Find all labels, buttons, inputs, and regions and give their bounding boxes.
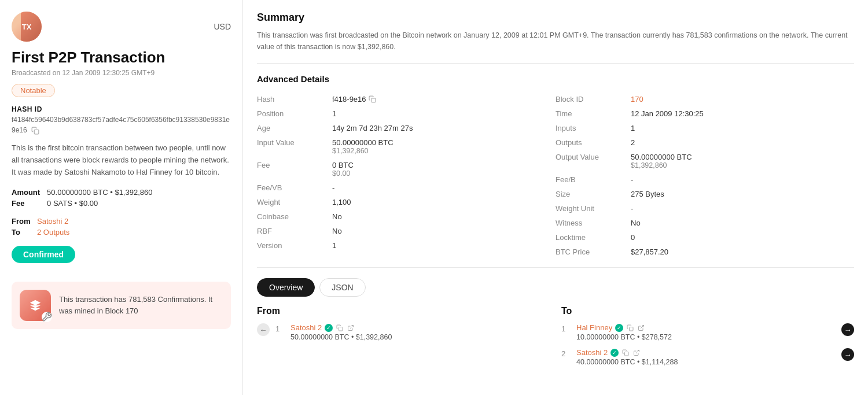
detail-row: WitnessNo xyxy=(556,216,854,230)
to-item: 2 Satoshi 2 ✓ 40.00000000 BTC • $1,114,2… xyxy=(561,348,854,366)
detail-key: Input Value xyxy=(257,138,332,147)
from-link[interactable]: Satoshi 2 xyxy=(37,217,68,226)
copy-icon-to[interactable] xyxy=(626,324,634,332)
details-left-col: Hashf418-9e16 Position1Age14y 2m 7d 23h … xyxy=(257,92,556,259)
left-panel: TX USD First P2P Transaction Broadcasted… xyxy=(0,0,243,395)
detail-row: Fee/VB- xyxy=(257,180,556,195)
tx-icon-wrap: TX xyxy=(12,12,42,42)
block-icon xyxy=(29,299,42,312)
from-item: ← 1 Satoshi 2 ✓ 50.00000000 BTC • $1,392… xyxy=(257,323,550,341)
share-icon-to[interactable] xyxy=(632,349,641,357)
detail-key: RBF xyxy=(257,227,332,235)
share-icon-from[interactable] xyxy=(347,324,355,332)
detail-value: 50.00000000 BTC$1,392,860 xyxy=(631,153,854,169)
detail-row: Fee/B- xyxy=(556,172,854,187)
verified-icon: ✓ xyxy=(615,324,623,332)
from-section-title: From xyxy=(257,306,550,316)
detail-value: - xyxy=(631,175,854,184)
from-arrow-icon: ← xyxy=(257,323,270,336)
share-icon-to[interactable] xyxy=(637,324,645,332)
detail-key: BTC Price xyxy=(556,248,631,256)
from-amount: 50.00000000 BTC • $1,392,860 xyxy=(290,333,550,341)
detail-key: Coinbase xyxy=(257,212,332,221)
from-key: From xyxy=(12,217,32,226)
confirmation-icon-wrap xyxy=(20,290,51,321)
detail-key: Hash xyxy=(257,95,332,104)
detail-value: 1 xyxy=(332,241,556,250)
detail-key: Fee/B xyxy=(556,175,631,184)
tx-label: TX xyxy=(22,23,32,31)
detail-row: Output Value50.00000000 BTC$1,392,860 xyxy=(556,150,854,172)
hash-id-value: f4184fc596403b9d638783cf57adfe4c75c605f6… xyxy=(12,115,231,135)
detail-key: Block ID xyxy=(556,95,631,104)
svg-line-3 xyxy=(350,325,354,328)
detail-value: 1 xyxy=(332,109,556,118)
detail-value: 14y 2m 7d 23h 27m 27s xyxy=(332,124,556,132)
tx-broadcast-date: Broadcasted on 12 Jan 2009 12:30:25 GMT+… xyxy=(12,69,231,77)
svg-line-5 xyxy=(641,325,644,328)
verified-icon: ✓ xyxy=(610,349,619,357)
confirmation-box: This transaction has 781,583 Confirmatio… xyxy=(12,282,231,329)
detail-value: f418-9e16 xyxy=(332,95,556,104)
from-to-main: From ← 1 Satoshi 2 ✓ 50.00000000 BTC • $… xyxy=(257,306,854,373)
summary-text: This transaction was first broadcasted o… xyxy=(257,29,854,64)
svg-line-7 xyxy=(636,350,639,353)
detail-key: Time xyxy=(556,109,631,118)
svg-rect-0 xyxy=(34,130,39,134)
detail-key: Inputs xyxy=(556,124,631,132)
detail-key: Age xyxy=(257,124,332,132)
summary-title: Summary xyxy=(257,12,854,24)
detail-row: CoinbaseNo xyxy=(257,209,556,224)
detail-row: Fee0 BTC$0.00 xyxy=(257,158,556,180)
tx-icon: TX xyxy=(12,12,42,42)
to-name-link[interactable]: Hal Finney xyxy=(576,323,612,332)
to-arrow-icon: → xyxy=(841,323,854,336)
from-item-info: Satoshi 2 ✓ 50.00000000 BTC • $1,392,860 xyxy=(290,323,550,341)
detail-row: Size275 Bytes xyxy=(556,187,854,201)
from-items-list: ← 1 Satoshi 2 ✓ 50.00000000 BTC • $1,392… xyxy=(257,323,550,341)
detail-value: 12 Jan 2009 12:30:25 xyxy=(631,109,854,118)
confirmed-badge: Confirmed xyxy=(12,246,75,263)
to-link[interactable]: 2 Outputs xyxy=(37,228,69,237)
detail-key: Size xyxy=(556,190,631,198)
to-name-row: Satoshi 2 ✓ xyxy=(576,348,836,357)
hash-copy-icon[interactable] xyxy=(31,127,39,135)
detail-key: Fee xyxy=(257,161,332,169)
copy-icon-to[interactable] xyxy=(621,349,630,357)
detail-row: RBFNo xyxy=(257,224,556,238)
detail-key: Fee/VB xyxy=(257,183,332,192)
tabs-row: OverviewJSON xyxy=(257,278,854,297)
from-name-link[interactable]: Satoshi 2 xyxy=(290,323,322,332)
detail-value: 2 xyxy=(631,138,854,147)
tab-json[interactable]: JSON xyxy=(319,278,365,297)
to-item-num: 2 xyxy=(561,349,571,358)
detail-value: 1 xyxy=(631,124,854,132)
fee-label: Fee xyxy=(12,199,40,208)
detail-value[interactable]: 170 xyxy=(631,95,854,104)
tx-currency: USD xyxy=(214,22,231,31)
to-name-link[interactable]: Satoshi 2 xyxy=(576,348,608,357)
svg-rect-2 xyxy=(339,327,343,331)
detail-value: 1,100 xyxy=(332,198,556,206)
detail-value: - xyxy=(332,183,556,192)
advanced-details-title: Advanced Details xyxy=(257,74,854,84)
detail-row: Input Value50.00000000 BTC$1,392,860 xyxy=(257,135,556,158)
from-name-row: Satoshi 2 ✓ xyxy=(290,323,550,332)
amount-label: Amount xyxy=(12,188,40,197)
detail-row: Version1 xyxy=(257,238,556,253)
detail-key: Witness xyxy=(556,219,631,227)
to-item-info: Satoshi 2 ✓ 40.00000000 BTC • $1,114,288 xyxy=(576,348,836,366)
svg-rect-6 xyxy=(625,352,629,356)
detail-key: Locktime xyxy=(556,233,631,242)
confirmation-text: This transaction has 781,583 Confirmatio… xyxy=(59,294,223,316)
detail-value: No xyxy=(332,227,556,235)
tab-overview[interactable]: Overview xyxy=(257,278,315,297)
to-item-num: 1 xyxy=(561,324,571,333)
detail-row: Inputs1 xyxy=(556,121,854,135)
copy-icon-from[interactable] xyxy=(336,324,344,332)
detail-value: No xyxy=(332,212,556,221)
detail-value: No xyxy=(631,219,854,227)
detail-key: Weight xyxy=(257,198,332,206)
detail-row: Time12 Jan 2009 12:30:25 xyxy=(556,106,854,121)
detail-value: 0 BTC$0.00 xyxy=(332,161,556,178)
